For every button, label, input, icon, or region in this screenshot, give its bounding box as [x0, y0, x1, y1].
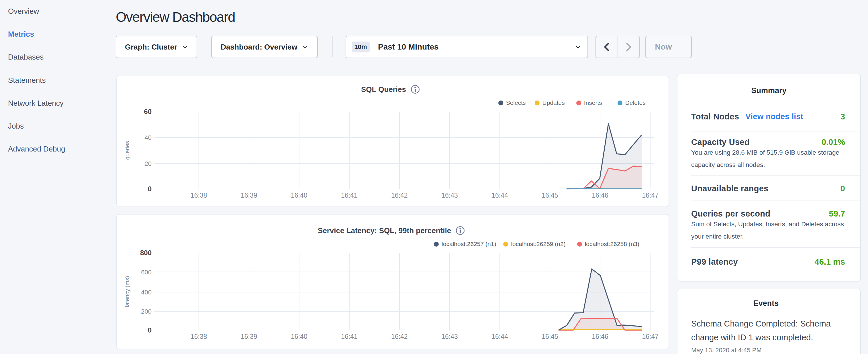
svg-text:800: 800: [140, 249, 152, 257]
svg-text:16:47: 16:47: [642, 333, 658, 340]
svg-text:16:38: 16:38: [191, 192, 207, 199]
svg-text:60: 60: [144, 108, 152, 116]
svg-text:16:39: 16:39: [241, 192, 257, 199]
svg-text:16:41: 16:41: [341, 192, 358, 199]
svg-text:16:44: 16:44: [492, 333, 508, 340]
svg-text:200: 200: [141, 308, 152, 315]
svg-text:16:38: 16:38: [191, 333, 207, 340]
svg-text:0: 0: [148, 326, 152, 334]
svg-text:16:45: 16:45: [541, 333, 558, 340]
svg-text:16:42: 16:42: [391, 192, 408, 199]
svg-text:0: 0: [148, 185, 152, 193]
svg-text:16:43: 16:43: [441, 192, 458, 199]
svg-text:16:46: 16:46: [592, 333, 608, 340]
svg-text:16:40: 16:40: [291, 333, 308, 340]
svg-text:16:40: 16:40: [291, 192, 308, 199]
svg-text:16:41: 16:41: [341, 333, 358, 340]
svg-text:16:44: 16:44: [492, 192, 508, 199]
svg-text:16:46: 16:46: [592, 192, 608, 199]
svg-text:16:43: 16:43: [441, 333, 458, 340]
svg-text:20: 20: [145, 160, 152, 167]
svg-text:latency (ms): latency (ms): [124, 276, 130, 307]
svg-text:400: 400: [141, 289, 152, 296]
svg-text:16:47: 16:47: [642, 192, 658, 199]
svg-text:16:45: 16:45: [541, 192, 558, 199]
svg-text:16:39: 16:39: [241, 333, 257, 340]
svg-text:40: 40: [145, 134, 152, 141]
svg-text:16:42: 16:42: [391, 333, 408, 340]
svg-text:queries: queries: [124, 141, 130, 160]
svg-text:600: 600: [141, 269, 152, 276]
